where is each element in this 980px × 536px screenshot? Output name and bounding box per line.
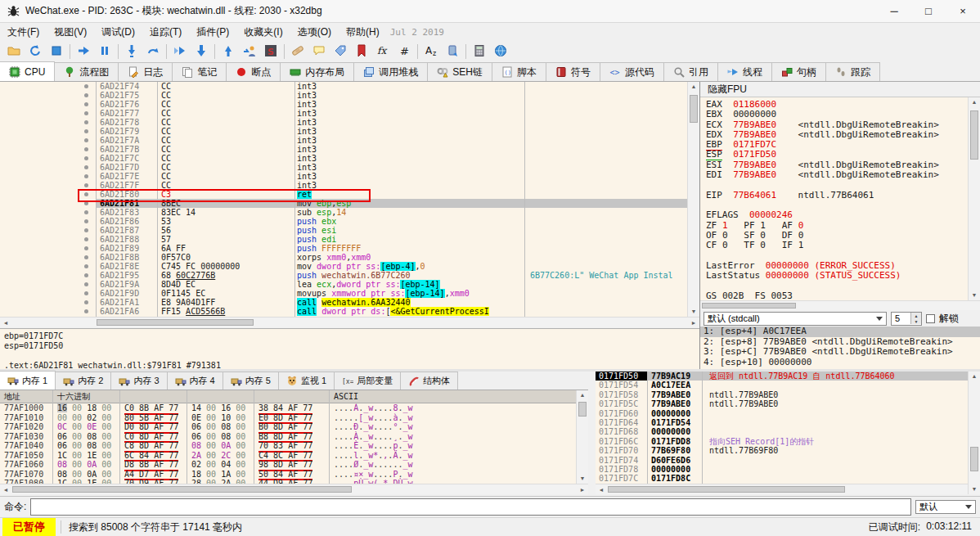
dump-tab-内存 1[interactable]: 内存 1	[0, 371, 56, 390]
register-line-17[interactable]: LastStatus 00000000 (STATUS_SUCCESS)	[706, 271, 968, 281]
menu-item-8[interactable]: 帮助(H)	[339, 23, 387, 42]
spin-down-icon[interactable]: ▼	[911, 318, 921, 324]
disasm-row-6AD21FA6[interactable]: 6AD21FA6FF15 ACD5566Bcall dword ptr ds:[…	[0, 307, 687, 316]
step-out-button[interactable]	[218, 42, 239, 61]
dump-tab-内存 4[interactable]: 内存 4	[167, 372, 223, 390]
patches-button[interactable]	[287, 42, 308, 61]
breakpoint-dot[interactable]	[84, 93, 88, 97]
disasm-row-6AD21F77[interactable]: 6AD21F77CCint3	[0, 109, 687, 118]
breakpoint-dot[interactable]	[84, 165, 88, 169]
disasm-row-6AD21F75[interactable]: 6AD21F75CCint3	[0, 91, 687, 100]
disasm-row-6AD21F7D[interactable]: 6AD21F7DCCint3	[0, 163, 687, 172]
stack-row-0171FD5C[interactable]: 0171FD5C77B9ABE0ntdll.77B9ABE0	[596, 399, 968, 408]
tab-流程图[interactable]: 流程图	[54, 62, 119, 81]
breakpoint-dot[interactable]	[84, 84, 88, 88]
disasm-row-6AD21F9D[interactable]: 6AD21F9D0F1145 ECmovups xmmword ptr ss:[…	[0, 289, 687, 298]
disasm-row-6AD21F80[interactable]: 6AD21F80C3ret	[0, 190, 687, 199]
breakpoint-dot[interactable]	[84, 174, 88, 178]
disasm-row-6AD21F7F[interactable]: 6AD21F7FCCint3	[0, 181, 687, 190]
stack-row-0171FD74[interactable]: 0171FD74D60FE6D6	[596, 456, 968, 465]
hash-button[interactable]: #	[393, 42, 415, 61]
disasm-row-6AD21F89[interactable]: 6AD21F896A FFpush FFFFFFFF	[0, 244, 687, 253]
disasm-row-6AD21F9A[interactable]: 6AD21F9A8D4D EClea ecx,dword ptr ss:[ebp…	[0, 280, 687, 289]
stack-row-0171FD54[interactable]: 0171FD54A0C17EEA	[596, 381, 968, 390]
dump-tab-局部变量[interactable]: [x=]局部变量	[334, 372, 401, 390]
restart-button[interactable]	[25, 42, 46, 61]
breakpoint-dot[interactable]	[84, 309, 88, 313]
tab-脚本[interactable]: ()脚本	[492, 62, 546, 81]
disasm-row-6AD21F7C[interactable]: 6AD21F7CCCint3	[0, 154, 687, 163]
disasm-row-6AD21F88[interactable]: 6AD21F8857push edi	[0, 235, 687, 244]
breakpoint-dot[interactable]	[84, 210, 88, 214]
calling-convention-select[interactable]: 默认 (stdcall)	[704, 312, 887, 326]
stack-row-0171FD64[interactable]: 0171FD640171FD54	[596, 418, 968, 427]
breakpoint-dot[interactable]	[84, 120, 88, 124]
breakpoint-dot[interactable]	[84, 111, 88, 115]
menu-item-5[interactable]: 插件(P)	[189, 23, 236, 42]
tab-SEH链[interactable]: SEH链	[427, 62, 492, 81]
breakpoint-dot[interactable]	[84, 138, 88, 142]
registers-horizontal-scrollbar[interactable]	[700, 300, 980, 310]
comments-button[interactable]	[308, 42, 330, 61]
disasm-row-6AD21F86[interactable]: 6AD21F8653push ebx	[0, 217, 687, 226]
register-line-7[interactable]: EDI 77B9ABE0 <ntdll.DbgUiRemoteBreakin>	[706, 170, 968, 180]
argument-row-3[interactable]: 3: [esp+C] 77B9ABE0 <ntdll.DbgUiRemoteBr…	[700, 347, 980, 358]
tab-内存布局[interactable]: 内存布局	[280, 62, 354, 81]
stack-vertical-scrollbar[interactable]: ▲▼	[968, 372, 980, 494]
pause-button[interactable]	[94, 42, 115, 61]
stack-row-0171FD6C[interactable]: 0171FD6C0171FDD8指向SEH_Record[1]的指针	[596, 437, 968, 446]
spin-up-icon[interactable]: ▲	[911, 313, 921, 318]
tab-日志[interactable]: 日志	[118, 62, 173, 81]
run-to-user-code-button[interactable]	[239, 42, 260, 61]
disasm-row-6AD21F7A[interactable]: 6AD21F7ACCint3	[0, 136, 687, 145]
calculator-button[interactable]	[469, 42, 490, 61]
menu-item-4[interactable]: 追踪(T)	[142, 23, 189, 42]
argument-row-4[interactable]: 4: [esp+10] 00000000	[700, 358, 980, 368]
breakpoint-dot[interactable]	[84, 237, 88, 241]
attach-button[interactable]	[442, 42, 463, 61]
strings-button[interactable]: Az	[420, 42, 442, 61]
stack-row-0171FD7C[interactable]: 0171FD7C0171FD8C	[596, 474, 968, 483]
tab-线程[interactable]: 线程	[717, 62, 772, 81]
about-button[interactable]	[490, 42, 511, 61]
tab-句柄[interactable]: 句柄	[771, 62, 826, 81]
tab-调用堆栈[interactable]: 调用堆栈	[353, 62, 428, 81]
maximize-button[interactable]: □	[911, 0, 946, 22]
stack-row-0171FD70[interactable]: 0171FD7077B69F80ntdll.77B69F80	[596, 446, 968, 455]
menu-item-6[interactable]: 收藏夹(I)	[236, 23, 290, 42]
disasm-row-6AD21F7B[interactable]: 6AD21F7BCCint3	[0, 145, 687, 154]
stack-row-0171FD78[interactable]: 0171FD7800000000	[596, 465, 968, 474]
disasm-row-6AD21F7E[interactable]: 6AD21F7ECCint3	[0, 172, 687, 181]
breakpoint-dot[interactable]	[84, 264, 88, 268]
dump-row-77AF1010[interactable]: 77AF101000 00 02 0080 5B AF 770E 00 10 0…	[0, 413, 576, 423]
stack-row-0171FD60[interactable]: 0171FD6000000000	[596, 409, 968, 418]
disasm-row-6AD21F83[interactable]: 6AD21F8383EC 14sub esp,14	[0, 208, 687, 217]
step-into-button[interactable]	[121, 42, 142, 61]
step-over-button[interactable]	[142, 42, 164, 61]
dump-row-77AF1050[interactable]: 77AF10501C 00 1E 006C 84 AF 772A 00 2C 0…	[0, 451, 576, 461]
argument-count-stepper[interactable]: 5 ▲▼	[891, 312, 922, 326]
dump-tab-内存 2[interactable]: 内存 2	[55, 372, 111, 390]
breakpoint-dot[interactable]	[84, 147, 88, 151]
dump-tab-内存 3[interactable]: 内存 3	[110, 372, 167, 390]
stack-row-0171FD58[interactable]: 0171FD5877B9ABE0ntdll.77B9ABE0	[596, 390, 968, 399]
tab-源代码[interactable]: <>源代码	[600, 62, 664, 81]
breakpoint-dot[interactable]	[84, 246, 88, 250]
tab-引用[interactable]: 引用	[663, 62, 718, 81]
dump-row-77AF1030[interactable]: 77AF103006 00 08 00C0 8D AF 7706 00 08 0…	[0, 432, 576, 442]
argument-row-1[interactable]: 1: [esp+4] A0C17EEA	[700, 327, 980, 337]
menu-item-1[interactable]: 文件(F)	[0, 23, 47, 42]
dump-tab-监视 1[interactable]: 监视 1	[278, 372, 335, 390]
breakpoint-dot[interactable]	[84, 192, 88, 196]
functions-button[interactable]: fx	[372, 42, 393, 61]
dump-horizontal-scrollbar[interactable]: ◄►	[0, 484, 588, 494]
breakpoint-dot[interactable]	[84, 201, 88, 205]
breakpoint-dot[interactable]	[84, 129, 88, 133]
run-to-cursor-button[interactable]	[169, 42, 191, 61]
register-line-9[interactable]: EIP 77B64061 ntdll.77B64061	[706, 191, 968, 200]
disasm-row-6AD21F81[interactable]: 6AD21F818BECmov ebp,esp	[0, 199, 687, 208]
close-button[interactable]: ×	[946, 0, 980, 22]
breakpoint-dot[interactable]	[84, 255, 88, 259]
breakpoint-dot[interactable]	[84, 219, 88, 223]
dump-tab-结构体[interactable]: 结构体	[400, 372, 458, 390]
